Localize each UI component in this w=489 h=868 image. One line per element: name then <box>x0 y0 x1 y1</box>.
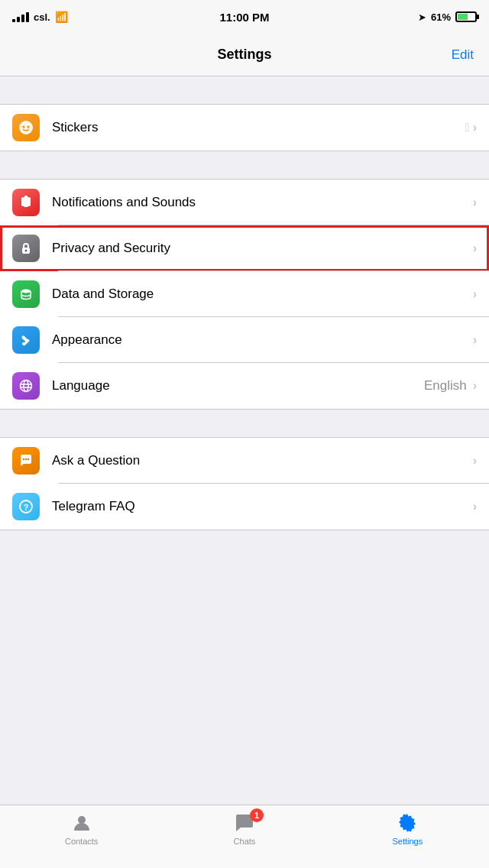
section-gap-3 <box>0 410 489 437</box>
tab-bar: Contacts 1 Chats Settings <box>0 805 489 868</box>
settings-tab-label: Settings <box>392 837 423 846</box>
svg-rect-5 <box>24 206 28 207</box>
settings-row-faq[interactable]: ? Telegram FAQ › <box>0 484 489 530</box>
svg-point-1 <box>23 126 25 128</box>
svg-rect-3 <box>21 197 31 206</box>
chats-tab-label: Chats <box>234 837 256 846</box>
language-value: English <box>424 378 467 394</box>
privacy-icon <box>12 235 40 262</box>
language-label: Language <box>52 378 424 394</box>
svg-text:?: ? <box>24 503 29 512</box>
stickers-label: Stickers <box>52 120 465 135</box>
svg-point-17 <box>25 458 27 460</box>
settings-group-2: Notifications and Sounds › Privacy and S… <box>0 179 489 410</box>
settings-row-ask[interactable]: Ask a Question › <box>0 438 489 484</box>
page-title: Settings <box>217 47 271 63</box>
edit-button[interactable]: Edit <box>452 47 474 63</box>
svg-point-12 <box>21 381 32 392</box>
status-time: 11:00 PM <box>219 11 269 24</box>
privacy-label: Privacy and Security <box>52 241 473 256</box>
contacts-tab-icon <box>70 811 93 834</box>
data-chevron: › <box>473 287 477 301</box>
settings-group-1: Stickers  › <box>0 104 489 151</box>
settings-tab-icon <box>396 811 419 834</box>
nav-bar: Settings Edit <box>0 34 489 76</box>
faq-chevron: › <box>473 500 477 513</box>
appearance-chevron: › <box>473 333 477 347</box>
contacts-tab-label: Contacts <box>65 837 98 846</box>
settings-row-notifications[interactable]: Notifications and Sounds › <box>0 180 489 225</box>
svg-point-18 <box>28 458 29 460</box>
battery-percent: 61% <box>431 11 451 23</box>
settings-row-language[interactable]: Language English › <box>0 363 489 409</box>
svg-point-11 <box>22 342 25 345</box>
data-label: Data and Storage <box>52 287 473 302</box>
chats-badge: 1 <box>250 808 264 822</box>
chats-tab-icon-wrap: 1 <box>233 811 256 834</box>
appearance-icon <box>12 326 40 354</box>
settings-row-appearance[interactable]: Appearance › <box>0 317 489 363</box>
ask-chevron: › <box>473 454 477 468</box>
svg-point-13 <box>24 381 28 392</box>
status-bar: csl. 📶 11:00 PM ➤ 61% <box>0 0 489 34</box>
svg-point-2 <box>28 126 30 128</box>
svg-point-16 <box>23 458 24 460</box>
tab-settings[interactable]: Settings <box>369 811 445 846</box>
settings-row-privacy[interactable]: Privacy and Security › <box>0 225 489 271</box>
section-gap-2 <box>0 151 489 179</box>
settings-row-stickers[interactable]: Stickers  › <box>0 105 489 151</box>
settings-group-3: Ask a Question › ? Telegram FAQ › <box>0 437 489 530</box>
wifi-icon: 📶 <box>55 11 68 23</box>
ask-icon <box>12 447 40 474</box>
faq-icon: ? <box>12 493 40 520</box>
carrier-label: csl. <box>34 11 50 23</box>
svg-point-21 <box>78 816 86 824</box>
ask-label: Ask a Question <box>52 453 473 468</box>
signal-bars-icon <box>12 11 29 22</box>
language-icon <box>12 372 40 400</box>
faq-label: Telegram FAQ <box>52 499 473 514</box>
stickers-chevron:  › <box>465 121 477 134</box>
language-chevron: › <box>473 379 477 393</box>
stickers-icon <box>12 114 40 141</box>
status-right: ➤ 61% <box>418 11 477 23</box>
notifications-icon <box>12 189 40 216</box>
notifications-chevron: › <box>473 196 477 209</box>
section-gap-bottom <box>0 530 489 591</box>
section-gap-top <box>0 76 489 104</box>
location-icon: ➤ <box>418 11 426 23</box>
notifications-label: Notifications and Sounds <box>52 195 473 210</box>
tab-contacts[interactable]: Contacts <box>44 811 120 846</box>
appearance-label: Appearance <box>52 332 473 348</box>
svg-point-23 <box>405 821 410 826</box>
svg-point-0 <box>19 121 33 134</box>
privacy-chevron: › <box>473 241 477 255</box>
tab-chats[interactable]: 1 Chats <box>206 811 283 846</box>
data-icon <box>12 280 40 308</box>
svg-rect-10 <box>21 335 29 343</box>
settings-row-data[interactable]: Data and Storage › <box>0 271 489 317</box>
battery-icon <box>455 11 477 22</box>
status-left: csl. 📶 <box>12 11 68 23</box>
svg-rect-4 <box>24 196 28 198</box>
svg-point-8 <box>21 290 31 293</box>
svg-point-7 <box>25 250 28 252</box>
